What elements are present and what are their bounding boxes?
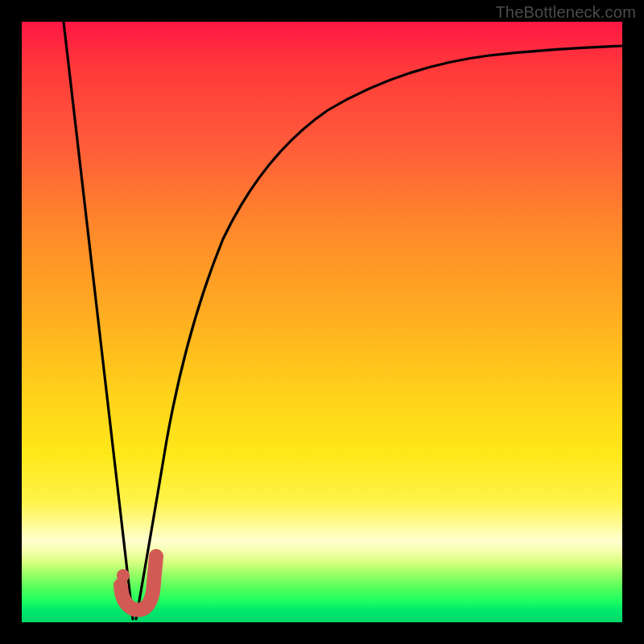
right-rising-curve: [136, 46, 622, 619]
chart-frame: TheBottleneck.com: [0, 0, 644, 644]
optimal-marker-dot: [117, 569, 130, 582]
watermark-text: TheBottleneck.com: [495, 3, 636, 22]
curve-layer: [22, 22, 622, 622]
plot-area: [22, 22, 622, 622]
left-slope-curve: [64, 22, 133, 619]
